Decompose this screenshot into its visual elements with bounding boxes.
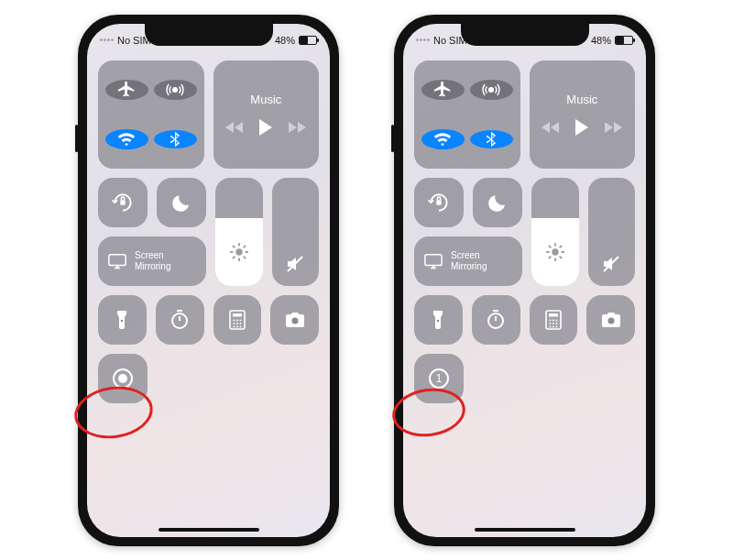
wifi-button[interactable] [105,129,148,149]
signal-icon [100,38,114,41]
svg-point-51 [549,323,551,324]
svg-point-19 [233,319,235,321]
airplane-mode-button[interactable] [421,80,465,100]
flashlight-icon [430,309,446,331]
calculator-button[interactable] [213,295,262,345]
battery-icon [615,36,633,45]
bluetooth-button[interactable] [470,130,513,148]
volume-slider[interactable] [588,178,636,286]
orientation-lock-icon [427,191,451,214]
calculator-icon [544,309,563,331]
notch [461,24,589,46]
signal-icon [416,38,430,41]
home-indicator[interactable] [159,528,259,532]
screen-record-icon [113,368,133,389]
svg-rect-47 [549,313,558,317]
do-not-disturb-button[interactable] [473,178,522,227]
calculator-icon [228,309,246,331]
camera-icon [600,311,622,329]
airplane-mode-button[interactable] [105,80,148,100]
screen-mirroring-icon [423,252,443,270]
music-label: Music [566,93,597,106]
home-indicator[interactable] [475,528,575,532]
music-widget[interactable]: Music [530,60,635,169]
svg-point-29 [489,87,494,92]
screen-mirroring-button[interactable]: Screen Mirroring [98,236,206,286]
screen-record-button[interactable]: 1 [414,354,464,403]
connectivity-group [414,60,520,169]
flashlight-button[interactable] [414,295,463,345]
timer-icon [485,309,507,331]
svg-point-55 [552,325,554,327]
bluetooth-button[interactable] [154,130,197,148]
svg-point-54 [549,325,551,327]
svg-point-26 [236,325,238,327]
svg-line-11 [244,246,245,247]
svg-point-13 [121,319,124,322]
prev-track-button[interactable] [542,122,559,133]
battery-pct-label: 48% [591,35,611,46]
svg-point-24 [239,323,241,324]
screen-mirroring-icon [107,252,127,270]
wifi-button[interactable] [421,129,465,149]
svg-line-9 [244,257,245,258]
svg-rect-2 [109,254,126,265]
svg-point-32 [552,248,558,255]
screen-mirroring-button[interactable]: Screen Mirroring [414,236,522,286]
svg-line-39 [549,257,550,258]
svg-point-25 [233,325,235,327]
flashlight-button[interactable] [98,295,147,345]
svg-point-27 [239,325,241,327]
bluetooth-icon [166,130,184,148]
svg-line-38 [560,257,561,258]
svg-point-22 [233,323,235,324]
music-controls [225,119,306,136]
svg-line-8 [233,246,234,247]
volume-slider[interactable] [272,178,320,286]
cellular-data-button[interactable] [470,80,513,100]
svg-rect-1 [120,200,125,204]
prev-track-button[interactable] [225,122,243,133]
bluetooth-icon [482,130,500,148]
camera-button[interactable] [270,295,319,345]
svg-point-56 [555,325,557,327]
orientation-lock-icon [111,191,135,214]
svg-point-50 [555,319,557,321]
svg-point-52 [552,323,554,324]
do-not-disturb-button[interactable] [157,178,206,227]
orientation-lock-button[interactable] [98,178,148,227]
do-not-disturb-icon [170,192,192,214]
control-center: Music [98,60,319,403]
music-widget[interactable]: Music [213,60,319,169]
svg-point-21 [239,319,241,321]
orientation-lock-button[interactable] [414,178,464,227]
screen-record-countdown-icon: 1 [429,368,449,389]
svg-rect-31 [425,254,442,265]
screen-record-button[interactable] [98,354,148,403]
play-button[interactable] [575,119,588,136]
timer-icon [169,309,191,331]
play-button[interactable] [259,119,272,136]
calculator-button[interactable] [530,295,578,345]
mute-icon [600,253,622,275]
camera-button[interactable] [586,295,635,345]
wifi-icon [116,129,137,149]
svg-point-42 [437,319,440,322]
airplane-icon [432,80,453,100]
timer-button[interactable] [472,295,520,345]
brightness-slider[interactable] [215,178,263,286]
cellular-data-button[interactable] [154,80,197,100]
next-track-button[interactable] [605,122,622,133]
next-track-button[interactable] [289,122,306,133]
timer-button[interactable] [156,295,204,345]
brightness-slider[interactable] [531,178,579,286]
flashlight-icon [114,309,130,331]
svg-point-53 [555,323,557,324]
svg-point-3 [235,248,242,255]
do-not-disturb-icon [487,192,509,214]
svg-point-28 [291,317,298,324]
iphone-right: No SIM 48% [394,15,655,546]
control-center: Music [414,60,635,403]
mirror-label-1: Screen [135,250,170,261]
svg-point-57 [607,317,614,324]
